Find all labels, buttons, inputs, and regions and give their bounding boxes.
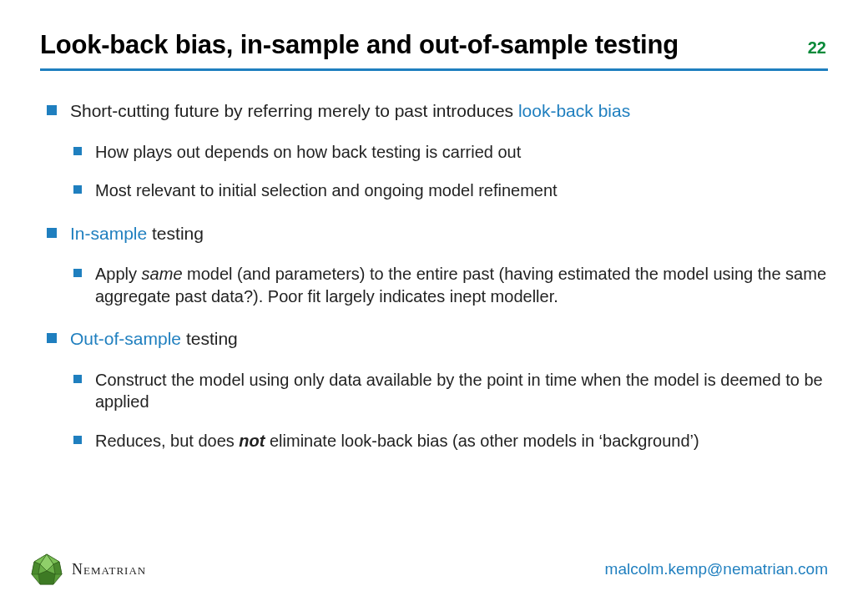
bullet-3-sub-2-bolditalic: not: [239, 432, 265, 450]
slide-title: Look-back bias, in-sample and out-of-sam…: [40, 30, 679, 60]
bullet-3-sub-2-a: Reduces, but does: [95, 432, 239, 450]
bullet-1-text-a: Short-cutting future by referring merely…: [70, 101, 518, 120]
brand: Nematrian: [30, 553, 146, 586]
page-number: 22: [808, 38, 828, 58]
bullet-1-sublist: How plays out depends on how back testin…: [70, 141, 828, 202]
bullet-1-sub-2: Most relevant to initial selection and o…: [70, 179, 828, 201]
bullet-2-sub-1: Apply same model (and parameters) to the…: [70, 263, 828, 307]
brand-name: Nematrian: [72, 561, 146, 578]
bullet-1: Short-cutting future by referring merely…: [45, 99, 828, 202]
slide-body: Short-cutting future by referring merely…: [40, 71, 828, 452]
slide-header: Look-back bias, in-sample and out-of-sam…: [40, 30, 828, 60]
bullet-3-sub-2-b: eliminate look-back bias (as other model…: [265, 432, 699, 450]
bullet-2-sub-1-b: model (and parameters) to the entire pas…: [95, 265, 826, 305]
contact-email: malcolm.kemp@nematrian.com: [605, 560, 828, 578]
bullet-2-sublist: Apply same model (and parameters) to the…: [70, 263, 828, 307]
bullet-3-text: testing: [181, 329, 238, 348]
slide-footer: Nematrian malcolm.kemp@nematrian.com: [0, 553, 868, 586]
bullet-1-sub-1: How plays out depends on how back testin…: [70, 141, 828, 163]
bullet-2-highlight: In-sample: [70, 224, 147, 243]
logo-icon: [30, 553, 63, 586]
bullet-3-highlight: Out-of-sample: [70, 329, 181, 348]
bullet-2-text: testing: [147, 224, 204, 243]
bullet-2-sub-1-italic: same: [142, 265, 183, 283]
bullet-2: In-sample testing Apply same model (and …: [45, 222, 828, 308]
slide: Look-back bias, in-sample and out-of-sam…: [0, 0, 868, 601]
bullet-2-sub-1-a: Apply: [95, 265, 142, 283]
bullet-3-sublist: Construct the model using only data avai…: [70, 369, 828, 452]
bullet-3-sub-1: Construct the model using only data avai…: [70, 369, 828, 413]
bullet-1-highlight: look-back bias: [518, 101, 630, 120]
bullet-3-sub-2: Reduces, but does not eliminate look-bac…: [70, 430, 828, 452]
bullet-3: Out-of-sample testing Construct the mode…: [45, 327, 828, 452]
bullet-list: Short-cutting future by referring merely…: [45, 99, 828, 452]
